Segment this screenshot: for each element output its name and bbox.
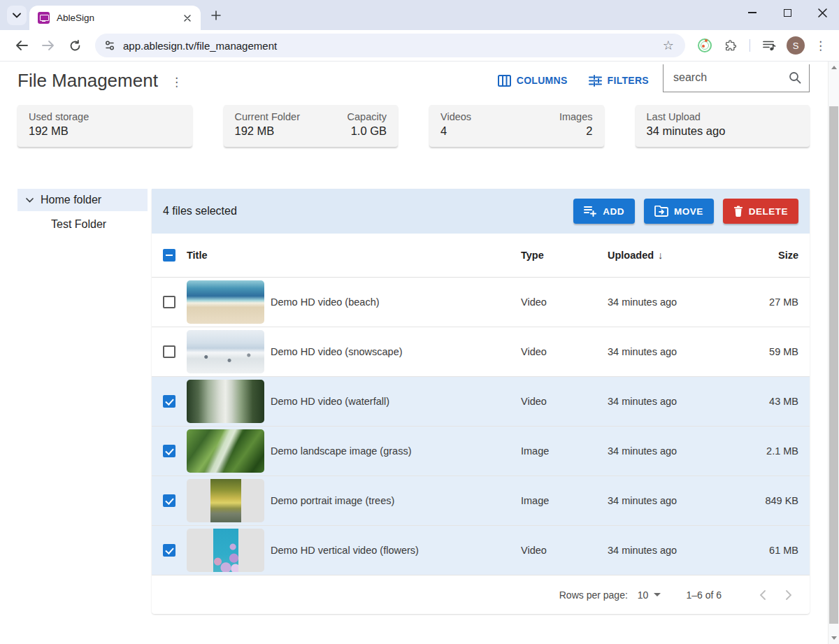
stat-card-videos-images: Videos 4 Images 2: [429, 105, 604, 147]
row-checkbox[interactable]: [163, 494, 175, 507]
file-type: Video: [521, 545, 608, 556]
add-button[interactable]: ADD: [573, 199, 635, 224]
forward-button[interactable]: [37, 34, 59, 57]
stat-label: Used storage: [29, 111, 89, 122]
stat-card-last-upload: Last Upload 34 minutes ago: [636, 105, 810, 147]
tab-strip: AbleSign: [0, 0, 839, 30]
puzzle-icon: [724, 39, 737, 52]
scroll-up-icon[interactable]: [831, 66, 837, 69]
maximize-icon: [784, 9, 791, 17]
column-header-title[interactable]: Title: [187, 250, 521, 261]
minimize-button[interactable]: [745, 6, 759, 20]
rows-per-page-value: 10: [638, 589, 649, 601]
playlist-music-icon: [763, 40, 776, 51]
chevron-down-icon: [13, 13, 21, 18]
back-arrow-icon: [15, 40, 28, 51]
scrollbar[interactable]: [828, 62, 839, 644]
url-text: app.ablesign.tv/file_management: [123, 40, 663, 52]
sort-desc-icon: ↓: [658, 250, 663, 261]
thumbnail-strip: [210, 479, 241, 522]
column-header-uploaded[interactable]: Uploaded↓: [608, 250, 743, 261]
file-thumbnail: [187, 380, 264, 423]
reload-button[interactable]: [64, 34, 86, 57]
select-all-checkbox[interactable]: [163, 249, 175, 262]
delete-button[interactable]: DELETE: [723, 199, 798, 224]
new-tab-button[interactable]: [206, 6, 226, 25]
scrollbar-thumb[interactable]: [829, 106, 838, 624]
file-type: Image: [521, 495, 608, 506]
chevron-down-icon[interactable]: [26, 198, 34, 203]
table-row[interactable]: Demo portrait image (trees) Image 34 min…: [152, 476, 810, 526]
column-header-type[interactable]: Type: [521, 250, 608, 261]
table-row[interactable]: Demo HD video (beach) Video 34 minutes a…: [152, 278, 810, 327]
previous-page-button[interactable]: [752, 585, 772, 605]
row-checkbox[interactable]: [163, 345, 175, 358]
table-row[interactable]: Demo HD vertical video (flowers) Video 3…: [152, 526, 810, 575]
file-title: Demo HD vertical video (flowers): [271, 545, 521, 556]
stat-label: Current Folder: [235, 111, 300, 122]
folder-tree: Home folder Test Folder: [17, 189, 148, 614]
file-thumbnail: [187, 330, 264, 373]
stat-value: 4: [440, 124, 471, 138]
scroll-down-icon[interactable]: [831, 636, 837, 640]
media-controls-button[interactable]: [759, 36, 779, 55]
filters-button[interactable]: FILTERS: [582, 69, 656, 92]
file-type: Video: [521, 396, 608, 407]
rows-per-page-select[interactable]: 10: [638, 589, 661, 601]
stat-label: Images: [559, 111, 593, 122]
rows-per-page-label: Rows per page:: [559, 589, 628, 601]
column-header-size[interactable]: Size: [743, 250, 798, 261]
file-type: Video: [521, 346, 608, 357]
bookmark-star-icon[interactable]: ☆: [663, 38, 674, 53]
delete-label: DELETE: [749, 206, 788, 217]
folder-move-icon: [654, 206, 668, 217]
close-icon: [818, 8, 827, 17]
url-bar[interactable]: app.ablesign.tv/file_management ☆: [95, 34, 685, 57]
next-page-button[interactable]: [779, 585, 798, 605]
profile-avatar[interactable]: S: [787, 36, 805, 55]
file-uploaded: 34 minutes ago: [608, 545, 743, 556]
row-checkbox[interactable]: [163, 544, 175, 557]
sidebar-item-test-folder[interactable]: Test Folder: [17, 213, 148, 236]
row-checkbox[interactable]: [163, 445, 175, 457]
table-row[interactable]: Demo HD video (snowscape) Video 34 minut…: [152, 327, 810, 377]
extension-badge-icon[interactable]: [698, 38, 712, 52]
page-menu-button[interactable]: ⋮: [171, 75, 182, 90]
tab-search-button[interactable]: [7, 6, 27, 25]
extensions-button[interactable]: [721, 36, 740, 55]
file-uploaded: 34 minutes ago: [608, 445, 743, 457]
table-row[interactable]: Demo HD video (waterfall) Video 34 minut…: [152, 377, 810, 427]
file-title: Demo HD video (snowscape): [271, 346, 521, 357]
window-controls: [745, 6, 829, 20]
back-button[interactable]: [10, 34, 33, 57]
close-icon: [184, 15, 191, 22]
tab-close-button[interactable]: [181, 12, 194, 24]
columns-button[interactable]: COLUMNS: [491, 69, 575, 92]
file-title: Demo portrait image (trees): [271, 495, 521, 506]
forward-arrow-icon: [42, 40, 55, 51]
browser-menu-button[interactable]: ⋮: [810, 38, 831, 53]
row-checkbox[interactable]: [163, 395, 175, 408]
close-window-button[interactable]: [815, 6, 829, 20]
table-row[interactable]: Demo landscape image (grass) Image 34 mi…: [152, 427, 810, 476]
trash-icon: [733, 206, 743, 217]
file-size: 849 KB: [743, 495, 798, 506]
caret-down-icon: [654, 593, 661, 596]
file-table-body: Demo HD video (beach) Video 34 minutes a…: [152, 278, 810, 575]
filters-icon: [589, 75, 602, 87]
toolbar-divider: [750, 39, 750, 52]
add-label: ADD: [603, 206, 624, 217]
columns-icon: [498, 75, 511, 87]
browser-tab[interactable]: AbleSign: [29, 6, 201, 30]
sidebar-item-home-folder[interactable]: Home folder: [17, 189, 148, 211]
file-type: Video: [521, 296, 608, 308]
file-type: Image: [521, 445, 608, 457]
move-button[interactable]: MOVE: [644, 199, 714, 224]
search-input[interactable]: [673, 71, 778, 84]
folder-label: Test Folder: [51, 218, 106, 231]
page-header: File Management ⋮ COLUMNS FILTERS: [17, 62, 810, 99]
search-box[interactable]: [663, 64, 810, 92]
row-checkbox[interactable]: [163, 296, 175, 308]
browser-window: AbleSign: [0, 0, 839, 644]
maximize-button[interactable]: [780, 6, 794, 20]
